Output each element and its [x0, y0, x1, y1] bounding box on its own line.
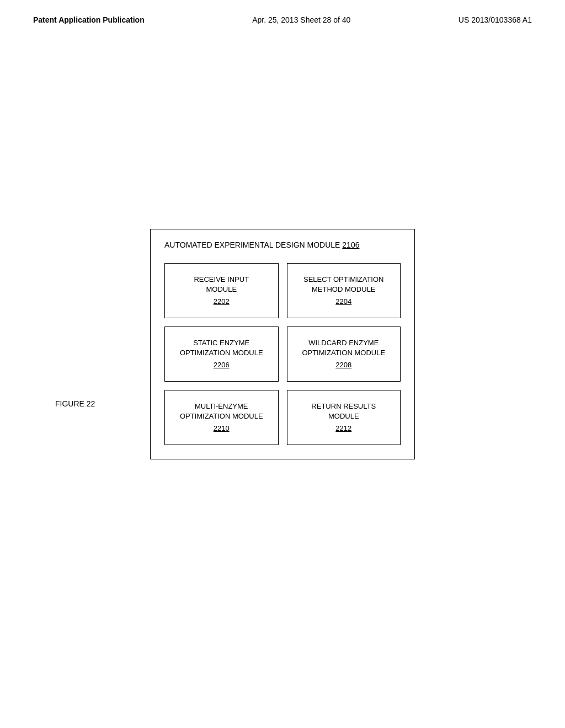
- header-center-text: Apr. 25, 2013 Sheet 28 of 40: [252, 15, 350, 24]
- module-wildcard-enzyme-line1: WILDCARD ENZYME: [308, 338, 379, 348]
- module-select-optimization: SELECT OPTIMIZATION METHOD MODULE 2204: [287, 263, 401, 318]
- diagram-title: AUTOMATED EXPERIMENTAL DESIGN MODULE 210…: [162, 240, 403, 249]
- header-right-text: US 2013/0103368 A1: [459, 15, 532, 24]
- figure-label: FIGURE 22: [55, 399, 95, 408]
- module-receive-input-line1: RECEIVE INPUT: [194, 275, 249, 285]
- module-select-optimization-number: 2204: [335, 297, 351, 307]
- module-multi-enzyme-number: 2210: [214, 424, 230, 433]
- modules-grid: RECEIVE INPUT MODULE 2202 SELECT OPTIMIZ…: [162, 260, 403, 448]
- module-return-results: RETURN RESULTS MODULE 2212: [287, 390, 401, 445]
- page-header: Patent Application Publication Apr. 25, …: [0, 0, 565, 24]
- module-select-optimization-line2: METHOD MODULE: [312, 285, 376, 295]
- module-static-enzyme-line2: OPTIMIZATION MODULE: [180, 348, 263, 358]
- module-return-results-number: 2212: [335, 424, 351, 433]
- diagram-title-number: 2106: [342, 240, 359, 249]
- module-static-enzyme-line1: STATIC ENZYME: [193, 338, 249, 348]
- module-multi-enzyme-line1: MULTI-ENZYME: [195, 402, 248, 411]
- module-return-results-line2: MODULE: [328, 411, 359, 421]
- module-wildcard-enzyme-line2: OPTIMIZATION MODULE: [302, 348, 385, 358]
- module-multi-enzyme: MULTI-ENZYME OPTIMIZATION MODULE 2210: [164, 390, 279, 445]
- module-select-optimization-line1: SELECT OPTIMIZATION: [303, 275, 383, 285]
- diagram-title-prefix: AUTOMATED EXPERIMENTAL DESIGN MODULE: [164, 240, 342, 249]
- module-receive-input-number: 2202: [214, 297, 230, 307]
- module-receive-input-line2: MODULE: [206, 285, 237, 295]
- module-wildcard-enzyme: WILDCARD ENZYME OPTIMIZATION MODULE 2208: [287, 326, 401, 382]
- module-wildcard-enzyme-number: 2208: [335, 360, 351, 370]
- main-content: FIGURE 22 AUTOMATED EXPERIMENTAL DESIGN …: [0, 24, 565, 708]
- module-static-enzyme: STATIC ENZYME OPTIMIZATION MODULE 2206: [164, 326, 279, 382]
- module-multi-enzyme-line2: OPTIMIZATION MODULE: [180, 411, 263, 421]
- diagram-container: AUTOMATED EXPERIMENTAL DESIGN MODULE 210…: [150, 229, 415, 459]
- module-return-results-line1: RETURN RESULTS: [311, 402, 376, 411]
- header-left-text: Patent Application Publication: [33, 15, 145, 24]
- module-static-enzyme-number: 2206: [214, 360, 230, 370]
- module-receive-input: RECEIVE INPUT MODULE 2202: [164, 263, 279, 318]
